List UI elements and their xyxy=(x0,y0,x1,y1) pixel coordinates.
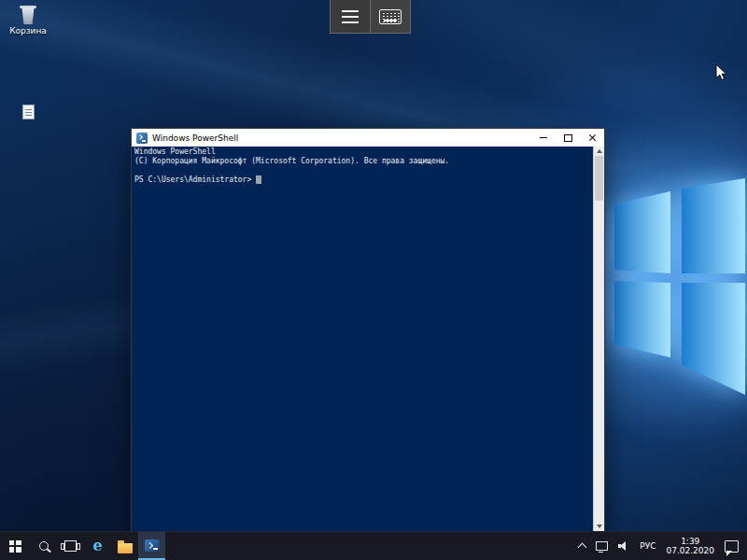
windows-logo xyxy=(598,173,747,415)
powershell-taskbar-icon xyxy=(145,539,160,552)
internet-explorer-icon: e xyxy=(92,539,102,553)
system-tray: РУС 1:39 07.02.2020 xyxy=(579,532,747,560)
vm-console-toolbar xyxy=(330,0,411,34)
keyboard-icon xyxy=(379,9,402,24)
console-prompt-line: PS C:\Users\Administrator> xyxy=(134,175,591,185)
search-icon xyxy=(39,541,49,551)
taskbar-item-powershell[interactable] xyxy=(138,532,165,560)
window-controls xyxy=(531,129,604,147)
recycle-bin-label: Корзина xyxy=(2,26,54,35)
prompt-text: PS C:\Users\Administrator> xyxy=(134,175,251,184)
vertical-scrollbar[interactable] xyxy=(593,147,604,531)
taskbar-item-internet-explorer[interactable]: e xyxy=(84,532,111,560)
scroll-down-icon[interactable] xyxy=(597,525,602,528)
minimize-button[interactable] xyxy=(531,129,556,147)
console-line: (C) Корпорация Майкрософт (Microsoft Cor… xyxy=(134,157,591,166)
desktop-icon-document[interactable] xyxy=(2,105,54,121)
recycle-bin-icon xyxy=(2,6,54,24)
close-icon xyxy=(588,133,597,142)
desktop-icon-recycle-bin[interactable]: Корзина xyxy=(2,6,54,35)
screen: Корзина Windows PowerShell xyxy=(0,0,747,560)
taskbar: e РУС 1:39 07.02.2020 xyxy=(0,531,747,560)
taskbar-item-file-explorer[interactable] xyxy=(111,532,138,560)
scrollbar-track[interactable] xyxy=(594,156,604,522)
maximize-button[interactable] xyxy=(556,129,580,147)
minimize-icon xyxy=(540,137,547,138)
task-view-button[interactable] xyxy=(57,532,84,560)
vm-keyboard-button[interactable] xyxy=(371,0,411,34)
clock-date: 07.02.2020 xyxy=(666,546,714,555)
powershell-icon xyxy=(136,133,148,144)
hidden-icons-chevron-icon[interactable] xyxy=(578,543,587,553)
clock-time: 1:39 xyxy=(666,537,714,546)
console-line: Windows PowerShell xyxy=(134,147,591,157)
maximize-icon xyxy=(564,134,572,142)
search-button[interactable] xyxy=(30,532,57,560)
language-indicator[interactable]: РУС xyxy=(640,541,655,551)
windows-flag-icon xyxy=(9,540,21,553)
window-title: Windows PowerShell xyxy=(152,133,531,143)
document-icon xyxy=(22,105,35,119)
action-center-icon[interactable] xyxy=(725,540,739,553)
vm-menu-button[interactable] xyxy=(330,0,371,34)
powershell-window: Windows PowerShell Windows PowerShell (C… xyxy=(131,128,605,532)
file-explorer-icon xyxy=(118,543,133,553)
network-icon[interactable] xyxy=(596,541,608,551)
start-button[interactable] xyxy=(0,532,30,560)
task-view-icon xyxy=(64,540,77,552)
volume-icon[interactable] xyxy=(618,541,629,551)
text-cursor xyxy=(256,175,261,184)
close-button[interactable] xyxy=(580,129,604,147)
console-output[interactable]: Windows PowerShell (C) Корпорация Майкро… xyxy=(132,147,593,531)
console-area[interactable]: Windows PowerShell (C) Корпорация Майкро… xyxy=(132,147,604,531)
console-line xyxy=(134,166,591,175)
scroll-up-icon[interactable] xyxy=(597,149,602,153)
powershell-titlebar[interactable]: Windows PowerShell xyxy=(132,129,604,147)
taskbar-clock[interactable]: 1:39 07.02.2020 xyxy=(666,537,714,555)
hamburger-icon xyxy=(342,10,359,23)
scrollbar-thumb[interactable] xyxy=(595,156,603,201)
